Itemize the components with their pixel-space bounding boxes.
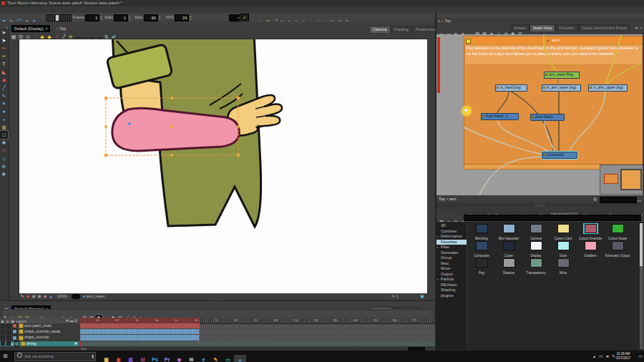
photoshop-icon[interactable]: Ps xyxy=(149,355,161,362)
library-node[interactable]: Display xyxy=(522,240,550,258)
colour-swatch[interactable]: ▾ xyxy=(229,14,240,21)
text-tool[interactable]: T xyxy=(0,60,8,68)
view-tab[interactable]: Drawing xyxy=(391,26,412,33)
layer-colour-swatch[interactable] xyxy=(12,329,17,334)
layer-visibility-checkbox[interactable] xyxy=(1,341,5,346)
action-center-icon[interactable]: ▭ xyxy=(638,353,643,358)
library-category[interactable]: plugins xyxy=(436,293,467,299)
indesign-icon[interactable]: Id xyxy=(137,355,149,362)
library-search-input[interactable] xyxy=(464,215,641,221)
remove-layer-icon[interactable]: ▬ xyxy=(69,318,73,323)
ik-tool[interactable]: ✚ xyxy=(0,170,8,178)
input-port[interactable] xyxy=(560,84,562,85)
node-navigator[interactable] xyxy=(600,165,643,195)
library-node[interactable]: Blur-Gaussian xyxy=(495,223,522,240)
graph-node[interactable]: arm_lower-Peg xyxy=(544,72,580,79)
breadcrumb[interactable]: Top > arm xyxy=(439,197,457,201)
brush-tool[interactable]: ✑ xyxy=(0,44,8,52)
add-keyframe-icon[interactable]: ✚ xyxy=(74,341,77,346)
layer-colour-swatch[interactable] xyxy=(14,341,19,346)
output-port[interactable] xyxy=(606,91,608,92)
node-search-input[interactable] xyxy=(600,197,637,203)
input-port[interactable] xyxy=(509,84,512,85)
layer-visibility-checkbox[interactable] xyxy=(1,330,5,334)
panel-close-icon[interactable]: ✕ xyxy=(640,26,643,30)
layer-enable-checkbox[interactable] xyxy=(6,341,11,346)
pink-app-icon[interactable]: ◆ xyxy=(173,355,185,362)
home-icon[interactable]: ⌂ xyxy=(441,19,444,23)
dropper-tool[interactable]: ▾ xyxy=(0,99,8,107)
rotate-tool[interactable]: ↻ xyxy=(0,147,8,155)
chrome-icon[interactable]: ◉ xyxy=(112,355,125,362)
frame-input[interactable]: 1 xyxy=(85,14,99,21)
library-category[interactable]: Favorites xyxy=(436,240,467,245)
library-node[interactable]: Camera xyxy=(522,223,550,240)
library-node[interactable]: Peg xyxy=(468,258,495,275)
taskbar-clock[interactable]: 11:18 AM 3/17/2017 xyxy=(613,352,634,361)
library-scrollbar[interactable] xyxy=(640,223,643,349)
input-port[interactable] xyxy=(546,114,548,114)
tool-pill[interactable] xyxy=(72,294,80,299)
layer-row[interactable]: ▶timing ✚ xyxy=(0,341,79,346)
zoom-tool[interactable]: ◍ xyxy=(0,123,8,131)
menu-icon[interactable]: ≡ xyxy=(438,19,440,23)
navigator-viewport[interactable] xyxy=(620,169,642,190)
layer-name[interactable]: auto-patch_head xyxy=(24,323,52,328)
tray-expand-icon[interactable]: ▴ xyxy=(591,352,597,361)
network-icon[interactable]: ▭ xyxy=(597,352,604,361)
pivot-tool[interactable]: ⊕ xyxy=(0,162,8,170)
paint-tool[interactable]: ◉ xyxy=(0,76,8,84)
marquee-tool[interactable]: □ xyxy=(0,131,8,139)
grid-status-icon[interactable]: ▣ xyxy=(31,293,36,300)
reorder-icon[interactable]: ⇅ xyxy=(74,318,77,323)
library-category[interactable]: Generator xyxy=(436,250,467,256)
cortana-search[interactable]: Ask me anything ▮ xyxy=(14,352,96,361)
layer-visibility-checkbox[interactable] xyxy=(1,324,5,328)
paint-status-icon[interactable]: ◉ xyxy=(25,293,31,300)
graph-node[interactable]: in_arm_lower [tvg] xyxy=(542,84,581,92)
graph-node[interactable]: Composite xyxy=(542,152,577,159)
pencil-status-icon[interactable]: ✎ xyxy=(19,293,25,300)
layer-name[interactable]: shape_override xyxy=(24,335,49,339)
library-node[interactable]: Colour-Scale xyxy=(604,223,631,240)
expand-icon[interactable]: ▶ xyxy=(11,342,14,346)
input-port[interactable] xyxy=(560,72,562,72)
stroke-tool[interactable]: ∿ xyxy=(0,92,8,99)
layer-row[interactable]: ▶shape_override_tweak ✚ xyxy=(0,329,79,335)
pen-app-icon[interactable]: ✎ xyxy=(210,355,222,362)
library-category[interactable]: Move xyxy=(436,266,467,272)
library-node[interactable]: Write xyxy=(550,258,577,275)
store-icon[interactable]: ▥ xyxy=(125,355,137,362)
library-category[interactable]: Particle xyxy=(436,277,467,283)
harmony-app-icon[interactable]: ▲ xyxy=(234,355,246,362)
line-tool[interactable]: ╱ xyxy=(0,84,8,92)
eraser-tool[interactable]: ◣ xyxy=(0,68,8,76)
pencil-tool[interactable]: ✏ xyxy=(0,52,8,60)
premiere-icon[interactable]: Pr xyxy=(161,355,173,362)
onion-status-icon[interactable]: ▴ xyxy=(48,293,54,300)
graph-node[interactable]: in_arm_upper [tvg] xyxy=(588,84,628,92)
library-node[interactable]: Composite xyxy=(468,240,495,258)
select-tool[interactable]: ➤ xyxy=(0,29,8,36)
library-node[interactable]: Glow xyxy=(550,240,577,258)
playhead[interactable] xyxy=(199,318,200,346)
camera-canvas[interactable] xyxy=(19,39,427,293)
shape-tool[interactable]: ◇ xyxy=(0,155,8,162)
layer-row[interactable]: ▶auto-patch_head ✚ xyxy=(0,323,79,329)
graph-node[interactable]: Auto-Patch_1 xyxy=(481,113,519,120)
stop-spinner[interactable]: ▲▼ xyxy=(158,15,161,21)
panel-tab[interactable]: Node View xyxy=(530,24,556,31)
fps-spinner[interactable]: ▲▼ xyxy=(189,15,192,21)
panel-add-icon[interactable]: ✚ xyxy=(635,26,638,30)
library-category[interactable]: 3D xyxy=(436,223,467,229)
graph-node[interactable]: Auto-Patch xyxy=(530,114,565,121)
library-node[interactable]: Kinematic Output xyxy=(604,240,631,258)
output-port[interactable] xyxy=(498,119,500,120)
graph-node[interactable]: in_hand [tvg] xyxy=(495,84,527,92)
timeline-frames-area[interactable]: 1020304050607080901001101201301401501601… xyxy=(80,318,435,346)
library-category[interactable]: Deformation xyxy=(436,234,467,240)
start-spinner[interactable]: ▲▼ xyxy=(128,15,131,21)
layer-enable-checkbox[interactable] xyxy=(6,324,11,328)
library-category[interactable]: Filter xyxy=(436,245,467,250)
frame-row[interactable] xyxy=(80,329,435,335)
